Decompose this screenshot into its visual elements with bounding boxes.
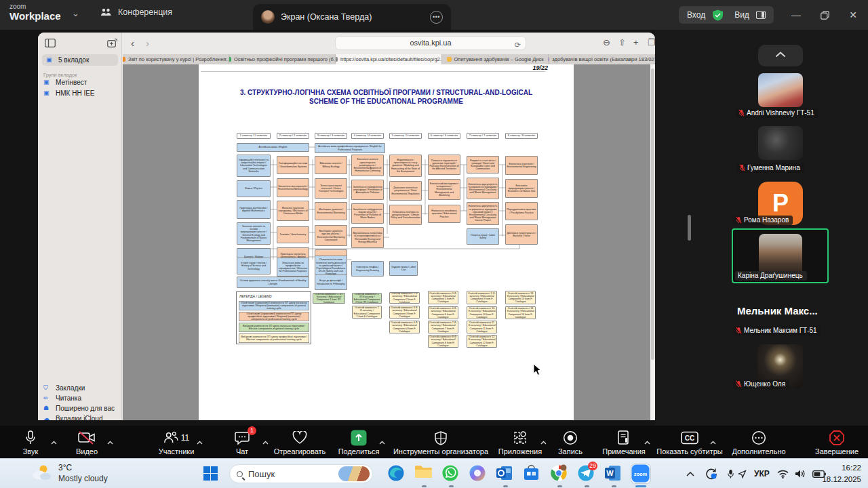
sidebar-item-tabs-count[interactable]: ▣ 5 вкладок <box>42 54 118 66</box>
toolbar-button-end[interactable]: Завершение <box>796 426 868 458</box>
video-tile[interactable] <box>758 126 803 160</box>
react-icon <box>292 429 307 447</box>
view-layout-icon <box>756 11 766 19</box>
panel-scrollbar[interactable] <box>688 215 691 241</box>
new-tab-icon[interactable]: + <box>633 37 639 47</box>
tray-sync-icon[interactable] <box>705 459 717 488</box>
taskbar-app-outlook[interactable] <box>496 464 515 483</box>
tray-mic-icon[interactable] <box>727 459 734 488</box>
tray-wifi-icon[interactable] <box>777 459 789 488</box>
windows-taskbar: 3°CMostly cloudy Пошук 29Wzoom УКР <box>0 458 868 488</box>
avatar <box>261 10 275 24</box>
end-icon <box>829 429 845 447</box>
back-icon[interactable]: ‹ <box>131 37 134 49</box>
flowchart-box: 1 семестр / 1 semester <box>237 133 271 139</box>
taskbar-app-whatsapp[interactable] <box>441 464 460 483</box>
caret-up-icon[interactable] <box>107 435 113 447</box>
flowchart-box: 4 семестр / 4 semester <box>351 133 384 139</box>
download-icon[interactable]: ⊖ <box>603 37 610 47</box>
flowchart-box: Розумні та сталі міста і громади / Smart… <box>467 156 499 174</box>
view-button[interactable]: Вид <box>734 10 749 20</box>
url-bar[interactable]: osvita.kpi.ua ⟳ <box>335 36 526 50</box>
more-options-icon[interactable]: ••• <box>430 11 443 24</box>
toolbar-button-more[interactable]: Дополнительно <box>718 426 800 458</box>
taskbar-app-word[interactable]: W <box>604 464 623 483</box>
tab-favicon <box>123 57 125 62</box>
tray-language[interactable]: УКР <box>754 459 770 488</box>
tab-overview-icon[interactable]: ❐ <box>648 37 655 47</box>
sidebar-item[interactable]: ☗Поширено для вас <box>43 405 115 412</box>
flowchart-box: Екологічна циркулярність та управління в… <box>467 202 499 225</box>
flowchart-box: Повоєнне відновлення уражених територій … <box>428 155 460 175</box>
sidebar-item-group[interactable]: ▣Метінвест <box>43 79 87 86</box>
video-tile[interactable] <box>758 73 803 107</box>
sidebar-item[interactable]: ☁Вкладки iCloud <box>43 415 102 420</box>
taskbar-app-copilot[interactable] <box>469 464 488 483</box>
taskbar-weather[interactable]: 3°CMostly cloudy <box>30 462 108 484</box>
toolbar-button-share[interactable]: Поделиться <box>318 426 399 458</box>
taskbar-search[interactable]: Пошук <box>229 464 373 483</box>
flowchart-box: Військова екологія / Military Ecology <box>315 156 347 174</box>
close-button[interactable]: ✕ <box>840 0 867 30</box>
mic-icon <box>25 429 36 447</box>
tab-favicon <box>229 57 231 62</box>
tab-screen-share[interactable]: Экран (Оксана Тверда) ••• <box>253 4 451 30</box>
participant-label: Гуменна Марина <box>736 163 804 173</box>
caret-up-icon[interactable] <box>379 435 385 447</box>
chevron-down-icon[interactable]: ⌄ <box>72 8 79 18</box>
participant-label: Andrii Vishneviy ГТ-51 <box>736 108 818 118</box>
browser-tab[interactable]: Звіт по користувачу у курсі | Розробленн… <box>123 54 229 64</box>
taskbar-app-edge[interactable] <box>387 464 406 483</box>
record-icon <box>563 429 578 447</box>
legend-row: Обов'язкові (нормативні) компоненти ПП ц… <box>239 312 309 321</box>
tray-clock[interactable]: 16:22 18.12.2025 <box>822 462 861 486</box>
taskbar-app-telegram[interactable]: 29 <box>577 464 596 483</box>
running-indicator <box>422 485 427 487</box>
flowchart-box: Екологічний менеджмент та маркетинг / En… <box>428 179 460 200</box>
browser-tab[interactable]: https://osvita.kpi.ua/sites/default/file… <box>336 54 442 64</box>
tab-meeting[interactable]: Конференция <box>100 7 172 17</box>
reload-icon[interactable]: ⟳ <box>515 39 521 52</box>
taskbar-app-store[interactable] <box>523 464 542 483</box>
collapse-panel-button[interactable] <box>758 45 803 66</box>
forward-icon[interactable]: › <box>146 37 149 49</box>
running-indicator <box>612 485 616 487</box>
new-tab-group-icon[interactable] <box>107 39 117 47</box>
tray-volume-icon[interactable] <box>795 459 806 488</box>
taskbar-app-chrome[interactable] <box>550 464 569 483</box>
scrollbar[interactable] <box>650 64 655 420</box>
sidebar-item-group[interactable]: ▣НМК НН ІЕЕ <box>43 89 95 97</box>
sidebar-item[interactable]: ⛉Закладки <box>43 384 85 392</box>
tray-expand-icon[interactable] <box>686 459 694 488</box>
tab-label: Звіт по користувачу у курсі | Розробленн… <box>128 56 229 62</box>
share-icon[interactable]: ⇧ <box>618 37 626 47</box>
sidebar-toggle-icon[interactable] <box>45 39 56 47</box>
caret-up-icon[interactable] <box>710 435 716 447</box>
minimize-button[interactable]: — <box>783 0 810 30</box>
toolbar-button-video-off[interactable]: Видео <box>46 426 127 458</box>
browser-tab[interactable]: здобувачів вищої освіти (Бакалаври 183/0… <box>549 54 655 64</box>
participant-label: Рома Назаров <box>733 216 793 225</box>
flowchart-box: Економіка природокористування / Economic… <box>505 179 538 198</box>
notes-icon <box>618 429 630 447</box>
windows-start-button[interactable] <box>203 466 218 481</box>
weather-icon <box>30 464 53 483</box>
tray-location-icon[interactable] <box>738 459 747 488</box>
running-indicator <box>503 485 508 487</box>
sidebar-item[interactable]: ∞Читанка <box>43 394 81 402</box>
flowchart-box: Екологічна метеорологія / Environmental … <box>277 178 309 197</box>
toolbar-button-host[interactable]: Инструменты организатора <box>400 426 481 458</box>
browser-tab[interactable]: Освітньо-професійні програми першого (б.… <box>229 54 336 64</box>
tab-label: Опитування здобувачів – Google Диск <box>454 56 544 62</box>
taskbar-app-folder[interactable] <box>414 464 433 483</box>
flowchart-box: Екологічна циркулярність та управління в… <box>467 178 499 199</box>
apps-icon <box>513 429 528 447</box>
browser-tab[interactable]: Опитування здобувачів – Google Диск <box>442 54 549 64</box>
chat-badge: 1 <box>248 426 256 435</box>
tab-group-icon: ▣ <box>43 89 52 97</box>
taskbar-app-zoom[interactable]: zoom <box>631 464 650 483</box>
security-shield-icon <box>712 9 724 21</box>
login-button[interactable]: Вход <box>687 10 705 20</box>
svg-text:W: W <box>606 469 614 477</box>
restore-button[interactable] <box>811 0 838 30</box>
